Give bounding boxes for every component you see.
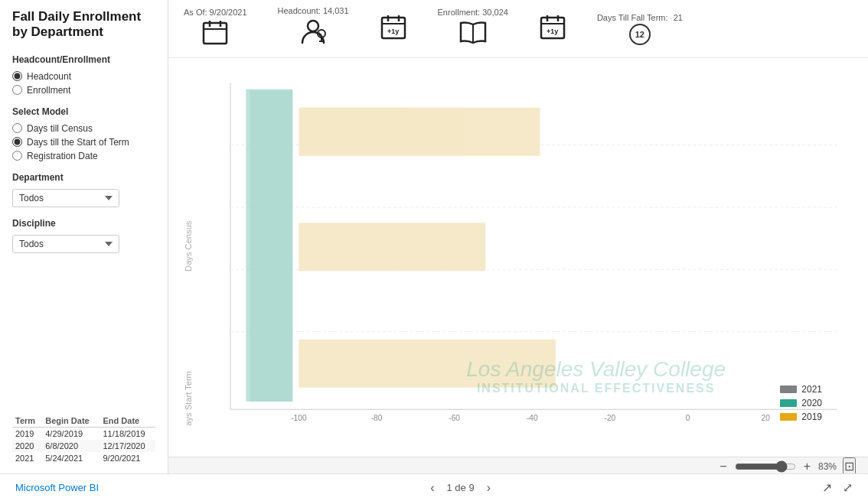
headcount-radio[interactable] (12, 71, 22, 81)
chart-area: As Of: 9/20/2021 Headcount: 14,031 (168, 0, 868, 473)
select-model-section: Select Model Days till Census Days till … (12, 106, 155, 161)
enrollment-label: Enrollment: 30,024 (438, 8, 508, 17)
stats-bar: As Of: 9/20/2021 Headcount: 14,031 (168, 0, 868, 58)
zoom-percent: 83% (818, 461, 837, 472)
svg-text:0: 0 (686, 414, 690, 422)
calendar-icon-asof (201, 18, 229, 50)
discipline-select[interactable]: Todos (12, 235, 119, 253)
headcount-stat: Headcount: 14,031 + (278, 6, 349, 51)
svg-rect-32 (299, 108, 540, 156)
next-page-button[interactable]: › (484, 481, 494, 495)
headcount-label: Headcount: 14,031 (278, 6, 349, 15)
registration-radio[interactable] (12, 151, 22, 161)
fit-page-button[interactable]: ⊡ (843, 457, 856, 473)
zoom-in-button[interactable]: + (802, 460, 812, 473)
svg-text:20: 20 (762, 414, 771, 422)
legend-swatch (780, 413, 797, 421)
headcount-enrollment-section: Headcount/Enrollment Headcount Enrollmen… (12, 54, 155, 96)
svg-text:-60: -60 (449, 414, 460, 422)
svg-text:+1y: +1y (387, 28, 399, 35)
svg-rect-33 (299, 223, 485, 271)
enrollment-radio-label[interactable]: Enrollment (12, 85, 155, 96)
term-table: Term Begin Date End Date 20194/29/201911… (12, 415, 155, 464)
legend-item: 2020 (780, 398, 822, 408)
discipline-label: Discipline (12, 218, 155, 229)
legend-item: 2021 (780, 384, 822, 395)
zoom-control: − + 83% ⊡ (718, 457, 856, 473)
headcount-radio-text: Headcount (27, 71, 71, 82)
svg-text:+1y: +1y (547, 28, 558, 35)
enrollment-stat: Enrollment: 30,024 (438, 8, 508, 50)
chart-svg: Days Census Days Start Term (184, 66, 853, 426)
svg-text:Days Census: Days Census (184, 220, 193, 272)
registration-radio-text: Registration Date (27, 151, 98, 161)
sidebar: Fall Daily Enrollment by Department Head… (0, 0, 168, 473)
as-of-label: As Of: 9/20/2021 (184, 8, 247, 17)
legend-label: 2019 (801, 412, 822, 422)
legend-swatch (780, 386, 797, 393)
as-of-stat: As Of: 9/20/2021 (184, 8, 247, 50)
calendar-1y-2-stat: +1y (539, 13, 566, 44)
sidebar-title: Fall Daily Enrollment by Department (12, 9, 155, 41)
discipline-section: Discipline Todos (12, 218, 155, 253)
end-date-col-header: End Date (100, 415, 155, 428)
term-col-header: Term (12, 415, 42, 428)
days-till-label: Days Till Fall Term: 21 (597, 13, 683, 22)
start-term-radio-text: Days till the Start of Term (27, 137, 129, 148)
chart-legend: 202120202019 (780, 384, 822, 422)
census-radio-label[interactable]: Days till Census (12, 123, 155, 134)
page-indicator: 1 de 9 (446, 482, 474, 493)
book-icon (458, 18, 488, 50)
select-model-radio-group: Days till Census Days till the Start of … (12, 123, 155, 161)
department-section: Department Todos (12, 172, 155, 207)
svg-rect-0 (204, 23, 227, 44)
footer: Microsoft Power BI ‹ 1 de 9 › ↗ ⤢ (0, 473, 868, 501)
begin-date-col-header: Begin Date (42, 415, 100, 428)
legend-label: 2021 (801, 384, 822, 395)
fullscreen-button[interactable]: ⤢ (843, 480, 853, 495)
enrollment-radio[interactable] (12, 85, 22, 95)
registration-radio-label[interactable]: Registration Date (12, 151, 155, 161)
svg-point-4 (308, 21, 318, 31)
legend-label: 2020 (801, 398, 822, 408)
select-model-label: Select Model (12, 106, 155, 117)
svg-text:-40: -40 (527, 414, 538, 422)
svg-text:Days Start Term: Days Start Term (184, 371, 193, 426)
department-label: Department (12, 172, 155, 183)
census-radio[interactable] (12, 123, 22, 133)
power-bi-link[interactable]: Microsoft Power BI (15, 482, 99, 493)
calendar-1y-icon-2: +1y (539, 13, 566, 44)
zoom-out-button[interactable]: − (718, 460, 728, 473)
svg-rect-34 (299, 340, 555, 388)
zoom-slider[interactable] (735, 460, 796, 473)
census-radio-text: Days till Census (27, 123, 93, 134)
svg-text:-80: -80 (371, 414, 383, 422)
table-row: 20206/8/202012/17/2020 (12, 440, 155, 452)
chart-container: Days Census Days Start Term (168, 58, 868, 457)
days-circle: 12 (629, 24, 651, 45)
table-row: 20215/24/20219/20/2021 (12, 452, 155, 464)
enrollment-radio-text: Enrollment (27, 85, 70, 96)
bottom-bar: − + 83% ⊡ (168, 457, 868, 473)
footer-icons: ↗ ⤢ (822, 480, 853, 495)
legend-item: 2019 (780, 412, 822, 422)
page-navigation: ‹ 1 de 9 › (427, 481, 494, 495)
headcount-radio-label[interactable]: Headcount (12, 71, 155, 82)
department-select[interactable]: Todos (12, 189, 119, 207)
share-button[interactable]: ↗ (822, 480, 832, 495)
svg-text:-100: -100 (291, 414, 307, 422)
calendar-1y-1-stat: +1y (380, 13, 407, 44)
svg-text:+: + (318, 31, 321, 38)
svg-text:-20: -20 (605, 414, 616, 422)
calendar-1y-icon-1: +1y (380, 13, 407, 44)
days-till-stat: Days Till Fall Term: 21 12 (597, 13, 683, 45)
graduate-icon: + (298, 17, 328, 51)
headcount-enrollment-radio-group: Headcount Enrollment (12, 71, 155, 96)
start-term-radio-label[interactable]: Days till the Start of Term (12, 137, 155, 148)
prev-page-button[interactable]: ‹ (427, 481, 437, 495)
headcount-enrollment-label: Headcount/Enrollment (12, 54, 155, 65)
start-term-radio[interactable] (12, 137, 22, 147)
table-row: 20194/29/201911/18/2019 (12, 428, 155, 441)
legend-swatch (780, 399, 797, 407)
svg-rect-31 (246, 89, 292, 402)
